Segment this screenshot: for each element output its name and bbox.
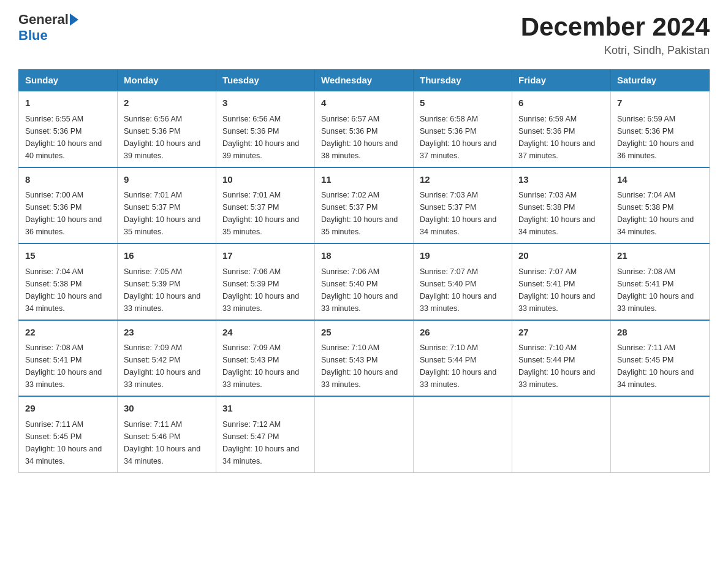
day-info: Sunrise: 7:05 AMSunset: 5:39 PMDaylight:… — [124, 266, 210, 315]
month-title: December 2024 — [521, 12, 710, 42]
day-number: 28 — [617, 326, 703, 340]
calendar-day-cell: 15Sunrise: 7:04 AMSunset: 5:38 PMDayligh… — [19, 243, 118, 320]
day-info: Sunrise: 7:11 AMSunset: 5:46 PMDaylight:… — [124, 418, 210, 467]
logo-arrow-icon — [70, 13, 78, 26]
calendar-day-cell: 26Sunrise: 7:10 AMSunset: 5:44 PMDayligh… — [414, 320, 512, 397]
day-number: 4 — [321, 96, 407, 110]
calendar-day-cell: 30Sunrise: 7:11 AMSunset: 5:46 PMDayligh… — [118, 396, 216, 472]
calendar-day-cell: 19Sunrise: 7:07 AMSunset: 5:40 PMDayligh… — [414, 243, 512, 320]
calendar-day-cell: 5Sunrise: 6:58 AMSunset: 5:36 PMDaylight… — [414, 91, 512, 167]
calendar-day-cell: 2Sunrise: 6:56 AMSunset: 5:36 PMDaylight… — [118, 91, 216, 167]
day-info: Sunrise: 7:09 AMSunset: 5:43 PMDaylight:… — [222, 342, 308, 391]
calendar-day-cell: 13Sunrise: 7:03 AMSunset: 5:38 PMDayligh… — [512, 167, 611, 244]
calendar-header-row: SundayMondayTuesdayWednesdayThursdayFrid… — [19, 70, 710, 91]
day-of-week-header: Tuesday — [216, 70, 315, 91]
day-info: Sunrise: 7:07 AMSunset: 5:41 PMDaylight:… — [518, 266, 604, 315]
day-of-week-header: Thursday — [414, 70, 512, 91]
calendar-week-row: 8Sunrise: 7:00 AMSunset: 5:36 PMDaylight… — [19, 167, 710, 244]
calendar-day-cell: 11Sunrise: 7:02 AMSunset: 5:37 PMDayligh… — [315, 167, 414, 244]
calendar-day-cell: 10Sunrise: 7:01 AMSunset: 5:37 PMDayligh… — [216, 167, 315, 244]
calendar-day-cell: 6Sunrise: 6:59 AMSunset: 5:36 PMDaylight… — [512, 91, 611, 167]
day-info: Sunrise: 7:10 AMSunset: 5:44 PMDaylight:… — [420, 342, 506, 391]
day-number: 21 — [617, 249, 703, 263]
day-number: 12 — [420, 173, 506, 187]
calendar-week-row: 29Sunrise: 7:11 AMSunset: 5:45 PMDayligh… — [19, 396, 710, 472]
calendar-day-cell: 16Sunrise: 7:05 AMSunset: 5:39 PMDayligh… — [118, 243, 216, 320]
day-of-week-header: Monday — [118, 70, 216, 91]
day-number: 10 — [222, 173, 308, 187]
calendar-week-row: 1Sunrise: 6:55 AMSunset: 5:36 PMDaylight… — [19, 91, 710, 167]
day-info: Sunrise: 7:08 AMSunset: 5:41 PMDaylight:… — [25, 342, 111, 391]
day-info: Sunrise: 7:11 AMSunset: 5:45 PMDaylight:… — [617, 342, 703, 391]
day-of-week-header: Sunday — [19, 70, 118, 91]
calendar-day-cell: 28Sunrise: 7:11 AMSunset: 5:45 PMDayligh… — [611, 320, 710, 397]
day-number: 19 — [420, 249, 506, 263]
day-info: Sunrise: 6:56 AMSunset: 5:36 PMDaylight:… — [222, 113, 308, 162]
logo-general-text: General — [18, 12, 69, 27]
calendar-day-cell: 1Sunrise: 6:55 AMSunset: 5:36 PMDaylight… — [19, 91, 118, 167]
day-number: 5 — [420, 96, 506, 110]
day-info: Sunrise: 7:11 AMSunset: 5:45 PMDaylight:… — [25, 418, 111, 467]
calendar-week-row: 22Sunrise: 7:08 AMSunset: 5:41 PMDayligh… — [19, 320, 710, 397]
calendar-day-cell: 25Sunrise: 7:10 AMSunset: 5:43 PMDayligh… — [315, 320, 414, 397]
day-number: 22 — [25, 326, 111, 340]
day-number: 24 — [222, 326, 308, 340]
calendar-day-cell: 17Sunrise: 7:06 AMSunset: 5:39 PMDayligh… — [216, 243, 315, 320]
day-number: 3 — [222, 96, 308, 110]
day-info: Sunrise: 7:03 AMSunset: 5:37 PMDaylight:… — [420, 189, 506, 238]
day-number: 30 — [124, 402, 210, 416]
day-info: Sunrise: 7:09 AMSunset: 5:42 PMDaylight:… — [124, 342, 210, 391]
day-number: 31 — [222, 402, 308, 416]
day-info: Sunrise: 6:58 AMSunset: 5:36 PMDaylight:… — [420, 113, 506, 162]
day-info: Sunrise: 6:57 AMSunset: 5:36 PMDaylight:… — [321, 113, 407, 162]
day-info: Sunrise: 7:03 AMSunset: 5:38 PMDaylight:… — [518, 189, 604, 238]
calendar-day-cell — [611, 396, 710, 472]
day-of-week-header: Saturday — [611, 70, 710, 91]
day-info: Sunrise: 7:01 AMSunset: 5:37 PMDaylight:… — [124, 189, 210, 238]
day-info: Sunrise: 7:08 AMSunset: 5:41 PMDaylight:… — [617, 266, 703, 315]
day-info: Sunrise: 7:10 AMSunset: 5:44 PMDaylight:… — [518, 342, 604, 391]
location-text: Kotri, Sindh, Pakistan — [521, 44, 710, 57]
calendar-table: SundayMondayTuesdayWednesdayThursdayFrid… — [18, 69, 710, 473]
day-number: 7 — [617, 96, 703, 110]
day-number: 16 — [124, 249, 210, 263]
calendar-day-cell: 23Sunrise: 7:09 AMSunset: 5:42 PMDayligh… — [118, 320, 216, 397]
day-info: Sunrise: 7:10 AMSunset: 5:43 PMDaylight:… — [321, 342, 407, 391]
title-section: December 2024 Kotri, Sindh, Pakistan — [521, 12, 710, 57]
day-number: 23 — [124, 326, 210, 340]
calendar-day-cell: 27Sunrise: 7:10 AMSunset: 5:44 PMDayligh… — [512, 320, 611, 397]
day-number: 1 — [25, 96, 111, 110]
calendar-day-cell: 24Sunrise: 7:09 AMSunset: 5:43 PMDayligh… — [216, 320, 315, 397]
calendar-day-cell: 18Sunrise: 7:06 AMSunset: 5:40 PMDayligh… — [315, 243, 414, 320]
day-number: 9 — [124, 173, 210, 187]
day-number: 13 — [518, 173, 604, 187]
calendar-day-cell: 22Sunrise: 7:08 AMSunset: 5:41 PMDayligh… — [19, 320, 118, 397]
day-info: Sunrise: 7:00 AMSunset: 5:36 PMDaylight:… — [25, 189, 111, 238]
day-number: 18 — [321, 249, 407, 263]
day-number: 26 — [420, 326, 506, 340]
logo: General Blue — [18, 12, 78, 43]
calendar-day-cell: 21Sunrise: 7:08 AMSunset: 5:41 PMDayligh… — [611, 243, 710, 320]
day-number: 29 — [25, 402, 111, 416]
calendar-day-cell: 4Sunrise: 6:57 AMSunset: 5:36 PMDaylight… — [315, 91, 414, 167]
day-info: Sunrise: 6:55 AMSunset: 5:36 PMDaylight:… — [25, 113, 111, 162]
calendar-day-cell: 9Sunrise: 7:01 AMSunset: 5:37 PMDaylight… — [118, 167, 216, 244]
logo-blue-text: Blue — [18, 28, 48, 43]
day-of-week-header: Friday — [512, 70, 611, 91]
day-number: 8 — [25, 173, 111, 187]
calendar-day-cell: 29Sunrise: 7:11 AMSunset: 5:45 PMDayligh… — [19, 396, 118, 472]
day-info: Sunrise: 7:07 AMSunset: 5:40 PMDaylight:… — [420, 266, 506, 315]
day-number: 2 — [124, 96, 210, 110]
day-info: Sunrise: 7:01 AMSunset: 5:37 PMDaylight:… — [222, 189, 308, 238]
day-info: Sunrise: 6:59 AMSunset: 5:36 PMDaylight:… — [617, 113, 703, 162]
day-info: Sunrise: 7:06 AMSunset: 5:40 PMDaylight:… — [321, 266, 407, 315]
day-number: 25 — [321, 326, 407, 340]
day-number: 6 — [518, 96, 604, 110]
day-info: Sunrise: 7:06 AMSunset: 5:39 PMDaylight:… — [222, 266, 308, 315]
calendar-day-cell: 14Sunrise: 7:04 AMSunset: 5:38 PMDayligh… — [611, 167, 710, 244]
page-header: General Blue December 2024 Kotri, Sindh,… — [18, 12, 710, 57]
day-number: 15 — [25, 249, 111, 263]
day-info: Sunrise: 7:02 AMSunset: 5:37 PMDaylight:… — [321, 189, 407, 238]
calendar-week-row: 15Sunrise: 7:04 AMSunset: 5:38 PMDayligh… — [19, 243, 710, 320]
calendar-day-cell: 8Sunrise: 7:00 AMSunset: 5:36 PMDaylight… — [19, 167, 118, 244]
